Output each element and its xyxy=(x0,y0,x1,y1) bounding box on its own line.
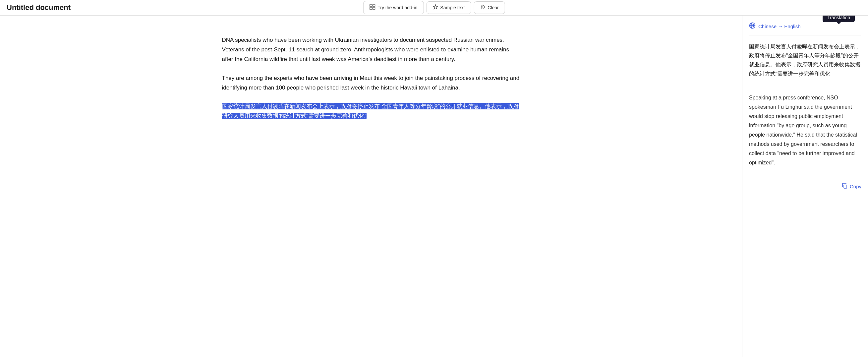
copy-btn[interactable]: Copy xyxy=(842,183,861,189)
main-layout: DNA specialists who have been working wi… xyxy=(0,16,868,357)
paragraph-3: 国家统计局发言人付凌晖在新闻发布会上表示，政府将停止发布“全国青年人等分年龄段”… xyxy=(222,102,520,121)
try-word-label: Try the word add-in xyxy=(377,5,417,10)
document-area[interactable]: DNA specialists who have been working wi… xyxy=(0,16,742,357)
toolbar: Untitled document Try the word add-in xyxy=(0,0,868,16)
sample-text-btn[interactable]: Sample text xyxy=(426,1,471,14)
sample-text-label: Sample text xyxy=(440,5,465,10)
svg-rect-2 xyxy=(370,7,372,10)
lang-label: Chinese → English xyxy=(758,24,801,29)
svg-rect-0 xyxy=(370,4,372,7)
copy-label: Copy xyxy=(850,184,861,189)
globe-icon xyxy=(749,22,756,30)
source-text: 国家统计局发言人付凌晖在新闻发布会上表示，政府将停止发布“全国青年人等分年龄段”… xyxy=(749,42,861,85)
app-container: Untitled document Try the word add-in xyxy=(0,0,868,357)
word-icon xyxy=(369,4,375,11)
rocket-icon xyxy=(480,4,485,11)
translation-sidebar: Translation Chinese → English xyxy=(742,16,868,357)
clear-label: Clear xyxy=(488,5,498,10)
lang-header: Chinese → English xyxy=(749,22,861,35)
paragraph-1: DNA specialists who have been working wi… xyxy=(222,35,520,64)
try-word-btn[interactable]: Try the word add-in xyxy=(363,1,424,14)
copy-icon xyxy=(842,183,847,189)
document-content: DNA specialists who have been working wi… xyxy=(222,35,520,121)
toolbar-buttons: Try the word add-in Sample text Cle xyxy=(363,1,505,14)
svg-rect-6 xyxy=(844,185,847,188)
svg-rect-1 xyxy=(373,4,375,7)
copy-footer: Copy xyxy=(742,183,868,196)
highlighted-chinese-text: 国家统计局发言人付凌晖在新闻发布会上表示，政府将停止发布“全国青年人等分年龄段”… xyxy=(222,103,519,119)
svg-rect-3 xyxy=(373,7,375,10)
translation-tooltip: Translation xyxy=(823,16,855,22)
translated-text: Speaking at a press conference, NSO spok… xyxy=(749,93,861,168)
paragraph-2: They are among the experts who have been… xyxy=(222,73,520,93)
star-icon xyxy=(433,4,438,11)
clear-btn[interactable]: Clear xyxy=(474,1,505,14)
translation-panel-content: Chinese → English 国家统计局发言人付凌晖在新闻发布会上表示，政… xyxy=(742,16,868,183)
